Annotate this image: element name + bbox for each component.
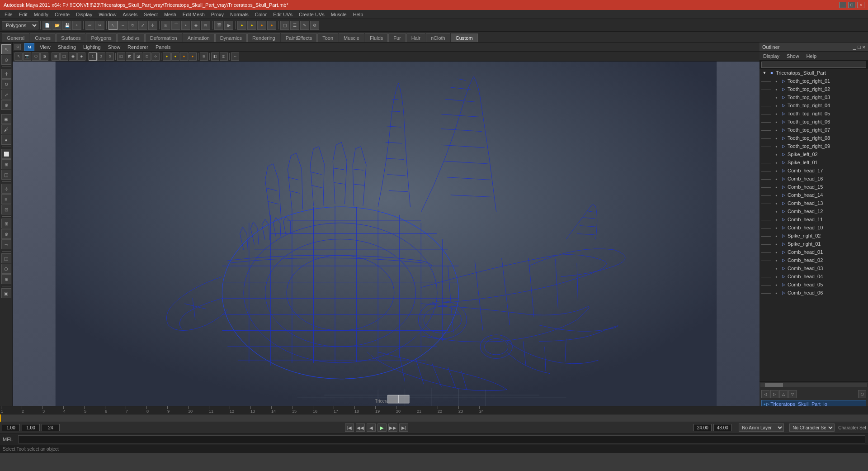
- list-item[interactable]: —— ● ▷ Comb_head_01: [760, 248, 868, 256]
- outliner-scroll-bar[interactable]: [760, 381, 868, 388]
- vp-menu-lighting[interactable]: Lighting: [81, 43, 103, 51]
- render-region-btn[interactable]: ▣: [1, 288, 11, 298]
- vp-icon-light2[interactable]: ●: [171, 52, 179, 61]
- list-item[interactable]: —— ● ▷ Tooth_top_right_05: [760, 109, 868, 118]
- vp-icon-wire[interactable]: ◱: [117, 52, 125, 61]
- vp-icon-light4[interactable]: ●: [189, 52, 197, 61]
- ol-btn-1[interactable]: ◁: [761, 390, 769, 398]
- tool-settings-btn[interactable]: ⚙: [310, 21, 319, 30]
- vp-bookmark-btn[interactable]: ⊙: [14, 44, 21, 50]
- new-scene-btn[interactable]: 📄: [42, 21, 52, 30]
- vp-menu-renderer[interactable]: Renderer: [126, 43, 150, 51]
- channel-box-btn[interactable]: ☰: [290, 21, 299, 30]
- char-set-select[interactable]: No Character Set: [789, 423, 835, 432]
- vp-icon-smooth1[interactable]: 2: [97, 52, 105, 61]
- render-btn[interactable]: 🎬: [214, 21, 223, 30]
- scale-btn[interactable]: ⤢: [138, 21, 147, 30]
- quick-sel-btn[interactable]: ⊕: [1, 274, 11, 284]
- vp-icon-smooth-shaded[interactable]: ◩: [126, 52, 134, 61]
- list-item[interactable]: —— ● ▷ Tooth_top_right_09: [760, 142, 868, 150]
- tab-toon[interactable]: Toon: [317, 33, 338, 42]
- tab-custom[interactable]: Custom: [451, 33, 478, 42]
- list-item[interactable]: —— ● ▷ Comb_head_11: [760, 215, 868, 224]
- goto-end-btn[interactable]: ▶|: [399, 423, 408, 432]
- list-item[interactable]: —— ● ▷ Comb_head_12: [760, 207, 868, 215]
- list-item[interactable]: —— ● ▷ Tooth_top_right_07: [760, 126, 868, 134]
- close-button[interactable]: ×: [857, 2, 864, 8]
- list-item[interactable]: —— ● ▷ Tooth_top_right_02: [760, 85, 868, 93]
- menu-edit-uvs[interactable]: Edit UVs: [270, 11, 295, 18]
- save-inc-btn[interactable]: +: [72, 21, 81, 30]
- vp-icon-smooth2[interactable]: 3: [106, 52, 114, 61]
- ipr-btn[interactable]: ▶: [224, 21, 233, 30]
- list-item[interactable]: —— ● ▷ Spike_left_01: [760, 158, 868, 167]
- quality-ultra-btn[interactable]: ●: [267, 21, 276, 30]
- translate-btn[interactable]: ↔: [118, 21, 127, 30]
- tab-ncloth[interactable]: nCloth: [426, 33, 450, 42]
- outliner-search-input[interactable]: [761, 62, 866, 68]
- tab-curves[interactable]: Curves: [30, 33, 56, 42]
- lattice-btn[interactable]: ⊞: [1, 219, 11, 228]
- menu-create[interactable]: Create: [52, 11, 72, 18]
- vp-icon-flat[interactable]: ◪: [134, 52, 142, 61]
- tab-rendering[interactable]: Rendering: [247, 33, 280, 42]
- mel-input[interactable]: [18, 435, 865, 443]
- scene-assembly-btn[interactable]: ◫: [1, 253, 11, 263]
- current-frame-input[interactable]: [2, 424, 20, 431]
- show-grid-btn[interactable]: ⊞: [1, 159, 11, 169]
- vp-icon-light3[interactable]: ●: [180, 52, 188, 61]
- tab-general[interactable]: General: [2, 33, 29, 42]
- attr-paint-btn[interactable]: ⬡: [1, 264, 11, 274]
- next-frame-btn[interactable]: ▶▶: [388, 423, 397, 432]
- vp-menu-panels[interactable]: Panels: [154, 43, 173, 51]
- list-item[interactable]: —— ● ▷ Tooth_top_right_03: [760, 93, 868, 101]
- ol-menu-show[interactable]: Show: [785, 52, 801, 60]
- redo-btn[interactable]: ↪: [95, 21, 104, 30]
- show-ui-btn[interactable]: ◫: [280, 21, 289, 30]
- vp-menu-shading[interactable]: Shading: [56, 43, 78, 51]
- vp-icon-xray[interactable]: ◈: [77, 52, 85, 61]
- range-start-input[interactable]: [22, 424, 40, 431]
- time-slider[interactable]: [0, 414, 868, 423]
- universal-lt-btn[interactable]: ⊕: [1, 100, 11, 110]
- ol-menu-display[interactable]: Display: [761, 52, 781, 60]
- goto-start-btn[interactable]: |◀: [345, 423, 354, 432]
- list-item[interactable]: —— ● ▷ Tooth_top_right_08: [760, 134, 868, 142]
- vp-icon-sync[interactable]: ↔: [231, 52, 239, 61]
- cluster-btn[interactable]: ⊛: [1, 229, 11, 239]
- snap-curve-btn[interactable]: ⌒: [171, 21, 180, 30]
- snap-surface-btn[interactable]: ≋: [201, 21, 210, 30]
- quality-low-btn[interactable]: ●: [237, 21, 246, 30]
- universal-manip-btn[interactable]: ✛: [148, 21, 157, 30]
- rotate-lt-btn[interactable]: ↻: [1, 79, 11, 89]
- snap-grid-btn[interactable]: ⊞: [161, 21, 170, 30]
- snap-point-btn[interactable]: •: [181, 21, 190, 30]
- rotate-btn[interactable]: ↻: [128, 21, 137, 30]
- scale-lt-btn[interactable]: ⤢: [1, 90, 11, 100]
- list-item[interactable]: —— ● ▷ Spike_right_02: [760, 232, 868, 240]
- prev-frame-btn[interactable]: ◀: [367, 423, 376, 432]
- ol-btn-2[interactable]: ▷: [770, 390, 778, 398]
- save-btn[interactable]: 💾: [62, 21, 71, 30]
- menu-select[interactable]: Select: [141, 11, 160, 18]
- select-tool-btn[interactable]: ↖: [108, 21, 118, 30]
- undo-btn[interactable]: ↩: [85, 21, 94, 30]
- vp-icon-obj[interactable]: ⬡: [32, 52, 40, 61]
- vp-icon-select[interactable]: ↖: [14, 52, 23, 61]
- layout-btn[interactable]: ◫: [1, 170, 11, 180]
- anim-layer-select[interactable]: No Anim Layer: [739, 423, 784, 432]
- menu-normals[interactable]: Normals: [227, 11, 251, 18]
- joint-btn[interactable]: ⊸: [1, 239, 11, 249]
- vp-icon-points[interactable]: ⊹: [151, 52, 160, 61]
- range-end-full-input[interactable]: [693, 424, 712, 431]
- ol-btn-3[interactable]: △: [779, 390, 788, 398]
- outliner-maximize[interactable]: □: [858, 44, 861, 50]
- tab-muscle[interactable]: Muscle: [339, 33, 364, 42]
- vp-icon-isolate[interactable]: ◉: [69, 52, 77, 61]
- list-item[interactable]: —— ● ▷ Tooth_top_right_04: [760, 101, 868, 109]
- vp-menu-view[interactable]: View: [38, 43, 52, 51]
- menu-modify[interactable]: Modify: [31, 11, 51, 18]
- outliner-close[interactable]: ×: [863, 44, 865, 50]
- list-item[interactable]: —— ● ▷ Comb_head_10: [760, 224, 868, 232]
- select-lt-btn[interactable]: ↖: [1, 44, 11, 54]
